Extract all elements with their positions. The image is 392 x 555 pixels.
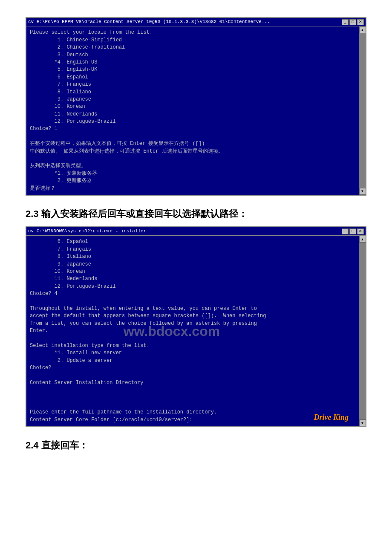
scroll-up-btn[interactable]: ▲ — [359, 26, 366, 33]
minimize-button[interactable]: _ — [342, 19, 349, 25]
terminal-2-text: 6. Español 7. Français 8. Italiano 9. Ja… — [30, 238, 355, 424]
scroll-track-2 — [359, 243, 366, 419]
scroll-up-btn-2[interactable]: ▲ — [359, 236, 366, 243]
terminal-1-scrollbar[interactable]: ▲ ▼ — [359, 26, 366, 195]
minimize-button-2[interactable]: _ — [342, 228, 349, 234]
terminal-2-wrapper: 6. Español 7. Français 8. Italiano 9. Ja… — [26, 236, 366, 426]
terminal-1-title: cv E:\P6\P6 EPPM V8\Oracle Content Serve… — [28, 19, 270, 25]
section-heading-2: 2.4 直接回车： — [26, 439, 366, 452]
terminal-1-wrapper: Please select your locale from the list.… — [26, 26, 366, 195]
terminal-1-controls: _ □ ✕ — [342, 19, 364, 25]
terminal-1-body: Please select your locale from the list.… — [26, 26, 359, 195]
terminal-2-content: 6. Español 7. Français 8. Italiano 9. Ja… — [26, 236, 359, 426]
scroll-track — [359, 33, 366, 188]
branding-logo: Drive King — [314, 412, 349, 423]
terminal-2-titlebar: cv C:\WINDOWS\system32\cmd.exe - install… — [26, 227, 366, 236]
section-heading-1: 2.3 输入安装路径后回车或直接回车以选择默认路径： — [26, 208, 366, 220]
maximize-button[interactable]: □ — [349, 19, 356, 25]
terminal-2-controls: _ □ ✕ — [342, 228, 364, 234]
terminal-2-body: 6. Español 7. Français 8. Italiano 9. Ja… — [26, 236, 359, 426]
maximize-button-2[interactable]: □ — [349, 228, 356, 234]
terminal-window-1: cv E:\P6\P6 EPPM V8\Oracle Content Serve… — [26, 17, 366, 196]
close-button-2[interactable]: ✕ — [357, 228, 364, 234]
scroll-down-btn-2[interactable]: ▼ — [359, 419, 366, 426]
terminal-window-2: cv C:\WINDOWS\system32\cmd.exe - install… — [26, 226, 366, 427]
scroll-down-btn[interactable]: ▼ — [359, 188, 366, 195]
terminal-2-scrollbar[interactable]: ▲ ▼ — [359, 236, 366, 426]
close-button[interactable]: ✕ — [357, 19, 364, 25]
terminal-1-text: Please select your locale from the list.… — [30, 29, 355, 192]
terminal-1-content: Please select your locale from the list.… — [26, 26, 359, 195]
terminal-2-title: cv C:\WINDOWS\system32\cmd.exe - install… — [28, 228, 146, 234]
terminal-1-titlebar: cv E:\P6\P6 EPPM V8\Oracle Content Serve… — [26, 18, 366, 26]
